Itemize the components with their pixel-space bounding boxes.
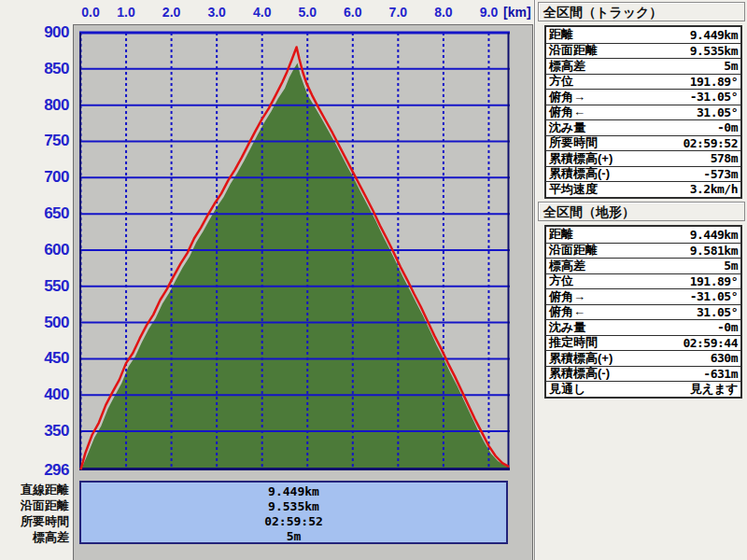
summary-value: 5m [81, 529, 506, 544]
summary-box: 9.449km 9.535km 02:59:52 5m [79, 481, 508, 544]
stat-row: 沿面距離 9.581km [546, 243, 740, 259]
stat-row: 見通し 見えます [546, 381, 740, 397]
stat-row: 俯角→ -31.05° [546, 288, 740, 304]
stat-row: 沿面距離 9.535km [546, 43, 740, 59]
stat-row: 累積標高(+) 578m [546, 150, 740, 166]
stat-value: 9.535km [690, 44, 738, 58]
stat-value: 578m [711, 151, 738, 165]
stat-label: 俯角← [549, 303, 585, 320]
summary-value: 9.535km [81, 499, 506, 514]
stat-label: 累積標高(+) [549, 350, 613, 367]
stat-row: 平均速度 3.2km/h [546, 181, 740, 197]
panel-title-track: 全区間（トラック） [538, 2, 745, 21]
stat-value: 9.449km [690, 28, 738, 42]
x-axis-unit-label: [km] [503, 5, 531, 20]
stat-label: 沿面距離 [549, 242, 598, 259]
stat-label: 推定時間 [549, 334, 598, 351]
stat-row: 距離 9.449km [546, 27, 740, 43]
stat-value: 31.05° [697, 105, 738, 119]
summary-label: 直線距離 [0, 483, 69, 497]
stat-label: 俯角← [549, 104, 585, 120]
x-axis-label: 9.0 [480, 5, 498, 20]
stat-value: 02:59:52 [683, 136, 738, 150]
summary-label: 所要時間 [0, 514, 69, 529]
stat-value: -631m [703, 367, 738, 381]
stat-label: 累積標高(-) [549, 365, 610, 382]
stat-value: 630m [711, 351, 738, 365]
summary-label: 沿面距離 [0, 498, 69, 513]
stat-value: -573m [703, 167, 738, 181]
stat-value: 9.581km [690, 244, 738, 258]
summary-label: 標高差 [0, 530, 69, 545]
stat-label: 累積標高(+) [549, 150, 613, 167]
summary-value: 02:59:52 [81, 514, 506, 529]
x-axis-label: 2.0 [162, 5, 180, 20]
stat-value: 31.05° [697, 305, 738, 319]
stat-row: 俯角← 31.05° [546, 105, 740, 120]
y-axis-label: 900 [17, 24, 69, 40]
stat-row: 俯角→ -31.05° [546, 89, 740, 105]
x-axis-label: 8.0 [434, 5, 452, 20]
stat-label: 沈み量 [549, 319, 585, 336]
elevation-chart-svg[interactable] [79, 31, 510, 471]
stat-value: 見えます [690, 381, 738, 398]
stat-row: 所要時間 02:59:52 [546, 135, 740, 151]
stat-value: 191.89° [690, 75, 738, 89]
stat-value: 9.449km [690, 228, 738, 242]
y-axis-label: 700 [17, 169, 69, 185]
stat-row: 沈み量 -0m [546, 119, 740, 135]
stat-label: 見通し [549, 381, 585, 398]
stat-label: 所要時間 [549, 134, 598, 151]
stat-label: 方位 [549, 273, 573, 289]
x-axis-label: 3.0 [207, 5, 225, 20]
stat-label: 沈み量 [549, 119, 585, 136]
elevation-profile-window: 900 850 800 750 700 650 600 550 500 450 … [0, 0, 747, 560]
stat-row: 標高差 5m [546, 258, 740, 273]
stat-row: 標高差 5m [546, 58, 740, 74]
y-axis-label: 650 [17, 205, 69, 221]
stat-row: 累積標高(-) -631m [546, 366, 740, 382]
stat-row: 沈み量 -0m [546, 319, 740, 335]
summary-value: 9.449km [81, 484, 506, 499]
y-axis-label: 600 [17, 242, 69, 258]
stat-label: 累積標高(-) [549, 165, 610, 182]
stat-row: 距離 9.449km [546, 227, 740, 243]
x-axis-label: 4.0 [253, 5, 271, 20]
stat-row: 推定時間 02:59:44 [546, 335, 740, 351]
stat-value: -0m [717, 120, 738, 134]
x-axis-label: 7.0 [389, 5, 407, 20]
stat-row: 方位 191.89° [546, 74, 740, 90]
stat-label: 俯角→ [549, 89, 585, 105]
stat-value: 02:59:44 [683, 336, 738, 350]
stat-value: 5m [724, 259, 738, 273]
stat-label: 沿面距離 [549, 42, 598, 59]
stat-row: 累積標高(+) 630m [546, 350, 740, 366]
stat-value: 5m [724, 59, 738, 73]
y-axis-label: 350 [17, 423, 69, 439]
x-axis-label: 1.0 [117, 5, 134, 20]
stat-label: 標高差 [549, 258, 585, 274]
elevation-chart[interactable] [79, 31, 510, 471]
stat-value: -0m [717, 320, 738, 334]
y-axis-label: 800 [17, 97, 69, 113]
y-axis-label: 550 [17, 278, 69, 294]
y-axis-label: 296 [17, 462, 69, 478]
x-axis-label: 0.0 [81, 5, 99, 20]
stat-value: 191.89° [690, 274, 738, 288]
stats-table-terrain: 距離 9.449km 沿面距離 9.581km 標高差 5m 方位 191.89… [544, 225, 742, 399]
stat-row: 累積標高(-) -573m [546, 166, 740, 182]
stat-row: 方位 191.89° [546, 273, 740, 289]
y-axis-label: 450 [17, 350, 69, 366]
x-axis-label: 6.0 [344, 5, 361, 20]
y-axis-label: 750 [17, 133, 69, 148]
stat-value: 3.2km/h [690, 182, 738, 196]
terrain-area [81, 63, 510, 470]
panel-title-terrain: 全区間（地形） [538, 202, 745, 221]
x-axis-label: 5.0 [299, 5, 317, 20]
y-axis-label: 400 [17, 386, 69, 402]
stat-label: 方位 [549, 73, 573, 90]
stat-value: -31.05° [690, 90, 738, 104]
stat-label: 距離 [549, 26, 573, 43]
y-axis-label: 850 [17, 61, 69, 77]
stat-label: 平均速度 [549, 181, 598, 198]
